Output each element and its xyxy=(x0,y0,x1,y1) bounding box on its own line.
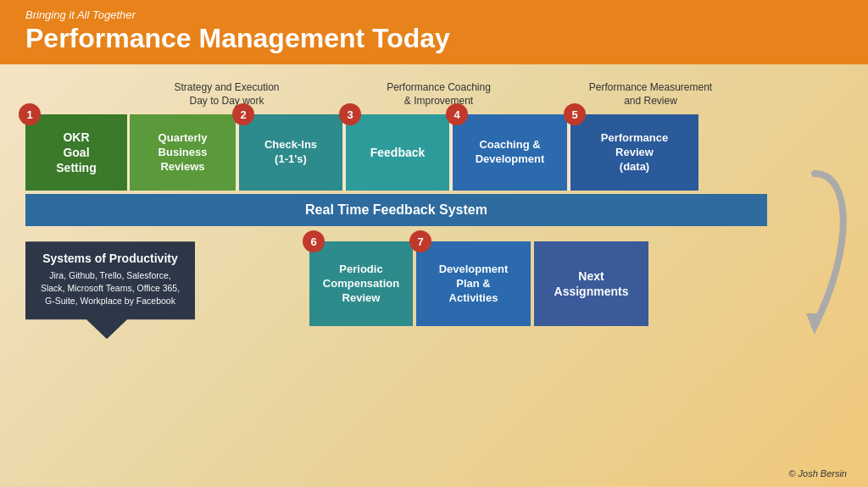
slide: Bringing it All Together Performance Man… xyxy=(0,0,868,487)
badge-7: 7 xyxy=(409,230,431,252)
box-wrapper-periodic: 6 PeriodicCompensationReview xyxy=(309,241,413,326)
content-area: Strategy and ExecutionDay to Day work Pe… xyxy=(0,64,868,347)
box-checkins: Check-Ins(1-1's) xyxy=(239,114,342,191)
badge-4: 4 xyxy=(446,103,468,125)
box-wrapper-next: NextAssignments xyxy=(534,241,648,326)
header-subtitle: Bringing it All Together xyxy=(25,8,851,21)
box-wrapper-5: 4 Coaching &Development xyxy=(453,114,567,191)
copyright: © Josh Bersin xyxy=(788,468,847,479)
category-coaching: Performance Coaching& Improvement xyxy=(335,81,542,108)
header-title: Performance Management Today xyxy=(25,23,851,54)
badge-2: 2 xyxy=(232,103,254,125)
badge-1: 1 xyxy=(19,103,41,125)
box-wrapper-6: 5 PerformanceReview(data) xyxy=(570,114,698,191)
header-bar: Bringing it All Together Performance Man… xyxy=(0,0,868,64)
category-strategy: Strategy and ExecutionDay to Day work xyxy=(127,81,335,108)
systems-description: Jira, Github, Trello, Salesforce, Slack,… xyxy=(37,269,183,307)
badge-6: 6 xyxy=(303,230,325,252)
badge-3: 3 xyxy=(339,103,361,125)
systems-title: Systems of Productivity xyxy=(37,252,183,265)
box-wrapper-devplan: 7 DevelopmentPlan &Activities xyxy=(416,241,531,326)
box-okr: OKRGoalSetting xyxy=(25,114,127,191)
box-feedback: Feedback xyxy=(346,114,449,191)
svg-marker-0 xyxy=(806,313,823,335)
feedback-banner: Real Time Feedback System xyxy=(25,194,767,226)
box-wrapper-4: 3 Feedback xyxy=(346,114,449,191)
category-labels: Strategy and ExecutionDay to Day work Pe… xyxy=(25,81,843,108)
curved-arrow xyxy=(802,165,853,335)
box-periodic: PeriodicCompensationReview xyxy=(309,241,413,326)
badge-5: 5 xyxy=(564,103,586,125)
systems-box: Systems of Productivity Jira, Github, Tr… xyxy=(25,241,195,339)
box-performance-review: PerformanceReview(data) xyxy=(570,114,698,191)
box-wrapper-2: QuarterlyBusinessReviews xyxy=(130,114,236,191)
box-wrapper-1: 1 OKRGoalSetting xyxy=(25,114,127,191)
box-next-assignments: NextAssignments xyxy=(534,241,648,326)
box-devplan: DevelopmentPlan &Activities xyxy=(416,241,531,326)
box-wrapper-3: 2 Check-Ins(1-1's) xyxy=(239,114,342,191)
box-quarterly: QuarterlyBusinessReviews xyxy=(130,114,236,191)
bottom-boxes: 6 PeriodicCompensationReview 7 Developme… xyxy=(309,241,648,326)
bottom-section: Systems of Productivity Jira, Github, Tr… xyxy=(25,241,767,339)
top-row: 1 OKRGoalSetting QuarterlyBusinessReview… xyxy=(25,114,843,191)
box-coaching: Coaching &Development xyxy=(453,114,567,191)
